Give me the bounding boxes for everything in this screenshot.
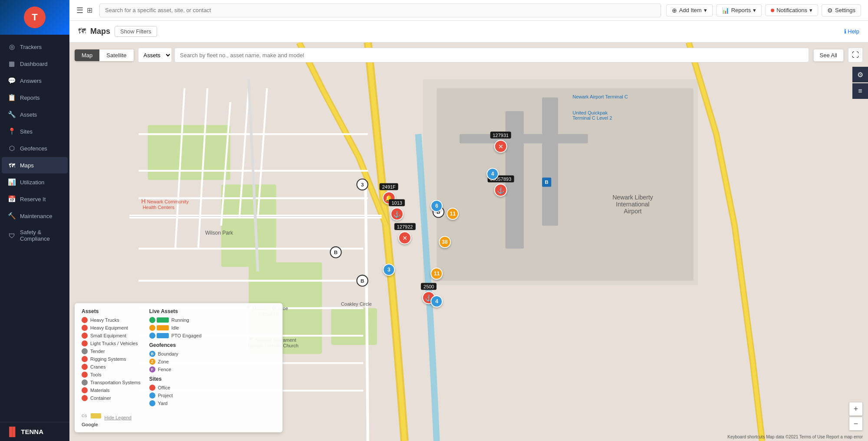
notifications-button[interactable]: Notifications ▾ bbox=[765, 4, 818, 16]
cluster-4b[interactable]: 4 bbox=[431, 295, 443, 307]
sidebar-icon-maps: 🗺 bbox=[8, 161, 16, 169]
legend-geofences-section: Geofences B Boundary Z Zone F bbox=[149, 342, 208, 372]
legend-heavy-trucks-dot bbox=[82, 317, 88, 323]
help-link[interactable]: ℹ Help bbox=[844, 28, 859, 35]
reports-icon: 📊 bbox=[722, 7, 729, 14]
sidebar-item-safety-compliance[interactable]: 🛡 Safety & Compliance bbox=[2, 225, 68, 246]
legend-tools-label: Tools bbox=[90, 372, 102, 377]
marker-label-1013: 1013 bbox=[389, 199, 404, 206]
map-background: 3 B B B B Newark Airport Terminal C Unit… bbox=[69, 42, 868, 441]
legend-spacer bbox=[217, 308, 276, 408]
legend-cranes-label: Cranes bbox=[90, 364, 105, 369]
map-settings-button[interactable]: ⚙ bbox=[852, 67, 868, 82]
sidebar-label-sites: Sites bbox=[20, 128, 33, 135]
legend-materials-label: Materials bbox=[90, 388, 110, 393]
sidebar-item-trackers[interactable]: ◎ Trackers bbox=[2, 39, 68, 55]
reports-chevron: ▾ bbox=[753, 7, 756, 13]
map-search-input[interactable] bbox=[174, 48, 809, 62]
cluster-4a[interactable]: 4 bbox=[487, 168, 499, 180]
sidebar-item-maps[interactable]: 🗺 Maps bbox=[2, 157, 68, 173]
sidebar: T ◎ Trackers ▦ Dashboard 💬 Answers 📋 Rep… bbox=[0, 0, 69, 441]
legend-rigging-dot bbox=[82, 356, 88, 362]
show-filters-button[interactable]: Show Filters bbox=[115, 26, 157, 37]
add-icon: ⊕ bbox=[672, 7, 677, 14]
legend-boundary-label: Boundary bbox=[158, 351, 178, 356]
page-title: Maps bbox=[90, 27, 110, 36]
sidebar-icon-reserve-it: 📅 bbox=[8, 195, 16, 203]
zoom-out-button[interactable]: − bbox=[849, 417, 863, 431]
topbar-right: ⊕ Add Item ▾ 📊 Reports ▾ Notifications ▾… bbox=[666, 4, 861, 16]
legend-cs-label: CS bbox=[82, 414, 87, 418]
cluster-3[interactable]: 3 bbox=[383, 264, 395, 276]
tenna-icon: ▐▌ bbox=[6, 427, 18, 437]
sidebar-icon-trackers: ◎ bbox=[8, 43, 16, 51]
add-item-button[interactable]: ⊕ Add Item ▾ bbox=[666, 4, 713, 16]
add-item-label: Add Item bbox=[679, 7, 702, 13]
map-search-area: Assets bbox=[138, 48, 809, 62]
map-filter-select[interactable]: Assets bbox=[138, 48, 172, 62]
topbar-left: ☰ ⊞ bbox=[76, 6, 94, 15]
settings-button[interactable]: ⚙ Settings bbox=[822, 4, 861, 16]
legend-materials: Materials bbox=[82, 387, 141, 393]
marker-127922[interactable]: 127922 ✕ bbox=[394, 223, 415, 245]
reports-button[interactable]: 📊 Reports ▾ bbox=[716, 4, 762, 16]
sidebar-item-geofences[interactable]: ⬡ Geofences bbox=[2, 140, 68, 157]
sidebar-item-assets[interactable]: 🔧 Assets bbox=[2, 106, 68, 123]
see-all-button[interactable]: See All bbox=[813, 49, 844, 62]
cluster-11a[interactable]: 11 bbox=[447, 208, 459, 220]
sidebar-item-reports[interactable]: 📋 Reports bbox=[2, 89, 68, 106]
sidebar-label-geofences: Geofences bbox=[20, 145, 47, 152]
cluster-11b[interactable]: 11 bbox=[431, 268, 443, 280]
sidebar-label-maintenance: Maintenance bbox=[20, 213, 52, 219]
topbar-search-input[interactable] bbox=[99, 3, 661, 17]
cluster-icon-4a: 4 bbox=[487, 168, 499, 180]
legend-fence-label: Fence bbox=[158, 367, 171, 372]
legend-cranes-dot bbox=[82, 364, 88, 370]
map-right-controls: ⚙ ≡ bbox=[852, 42, 868, 441]
legend-light-trucks-label: Light Trucks / Vehicles bbox=[90, 341, 138, 346]
cluster-6[interactable]: 6 bbox=[431, 200, 443, 212]
sidebar-icon-reports: 📋 bbox=[8, 94, 16, 101]
sidebar-item-maintenance[interactable]: 🔨 Maintenance bbox=[2, 208, 68, 224]
legend-heavy-equip-label: Heavy Equipment bbox=[90, 325, 128, 330]
grid-icon[interactable]: ⊞ bbox=[87, 6, 92, 14]
legend-light-trucks: Light Trucks / Vehicles bbox=[82, 340, 141, 346]
topbar: ☰ ⊞ ⊕ Add Item ▾ 📊 Reports ▾ Notificatio… bbox=[69, 0, 868, 21]
legend-pto: PTO Engaged bbox=[149, 333, 208, 339]
sidebar-icon-maintenance: 🔨 bbox=[8, 212, 16, 220]
legend-footer: CS Hide Legend bbox=[82, 412, 276, 420]
legend-tender: Tender bbox=[82, 348, 141, 354]
main-content: ☰ ⊞ ⊕ Add Item ▾ 📊 Reports ▾ Notificatio… bbox=[69, 0, 868, 441]
map-legend: Assets Heavy Trucks Heavy Equipment Smal… bbox=[75, 303, 283, 432]
map-layers-button[interactable]: ≡ bbox=[852, 83, 868, 99]
sidebar-item-reserve-it[interactable]: 📅 Reserve It bbox=[2, 191, 68, 207]
svg-text:B: B bbox=[334, 249, 337, 255]
sidebar-nav: ◎ Trackers ▦ Dashboard 💬 Answers 📋 Repor… bbox=[0, 35, 69, 422]
legend-office-dot bbox=[149, 385, 155, 391]
marker-icon-30057893: ⚓ bbox=[494, 183, 507, 196]
legend-project: Project bbox=[149, 392, 208, 399]
map-view-button[interactable]: Map bbox=[75, 49, 99, 61]
svg-rect-9 bbox=[460, 134, 588, 143]
sidebar-item-dashboard[interactable]: ▦ Dashboard bbox=[2, 56, 68, 72]
hide-legend-button[interactable]: Hide Legend bbox=[105, 415, 132, 420]
svg-rect-8 bbox=[542, 98, 558, 226]
cluster-38[interactable]: 38 bbox=[439, 236, 451, 248]
menu-icon[interactable]: ☰ bbox=[76, 6, 83, 15]
zoom-in-button[interactable]: + bbox=[849, 402, 863, 416]
legend-heavy-equip-dot bbox=[82, 325, 88, 331]
svg-text:B: B bbox=[361, 278, 364, 284]
sidebar-item-answers[interactable]: 💬 Answers bbox=[2, 72, 68, 89]
sidebar-item-utilization[interactable]: 📊 Utilization bbox=[2, 174, 68, 190]
marker-127931[interactable]: 127931 ✕ bbox=[490, 131, 511, 153]
legend-project-label: Project bbox=[158, 393, 173, 398]
marker-1013[interactable]: 1013 ⚓ bbox=[389, 199, 404, 220]
satellite-view-button[interactable]: Satellite bbox=[99, 49, 133, 61]
cluster-icon-11b: 11 bbox=[431, 268, 443, 280]
legend-pto-label: PTO Engaged bbox=[171, 333, 202, 338]
legend-idle-label: Idle bbox=[171, 325, 179, 330]
sidebar-bottom: ▐▌ TENNA bbox=[0, 422, 69, 441]
sidebar-item-sites[interactable]: 📍 Sites bbox=[2, 123, 68, 140]
map-wrapper: Map Satellite Assets See All ⛶ bbox=[69, 42, 868, 441]
sidebar-icon-safety-compliance: 🛡 bbox=[8, 232, 16, 239]
